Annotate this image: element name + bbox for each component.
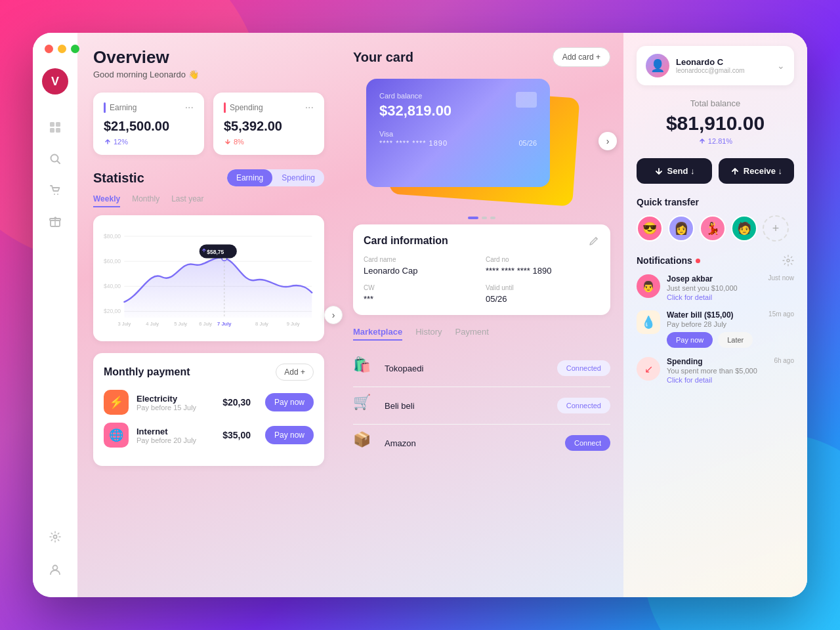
svg-text:3 July: 3 July — [117, 321, 131, 327]
tokopaedi-name: Tokopaedi — [385, 364, 557, 373]
notif-link-1[interactable]: Click for detail — [667, 293, 762, 301]
minimize-button[interactable] — [58, 45, 66, 53]
transfer-avatar-2[interactable]: 👩 — [668, 215, 694, 242]
maximize-button[interactable] — [71, 45, 79, 53]
payment-item-electricity: ⚡ Electricity Pay before 15 July $20,30 … — [104, 390, 314, 415]
stat-header: Statistic Earning Spending — [93, 169, 324, 186]
user-name: Leonardo C — [676, 57, 777, 67]
notif-content-1: Josep akbar Just sent you $10,000 Click … — [667, 274, 762, 301]
payment-item-internet: 🌐 Internet Pay before 20 July $35,00 Pay… — [104, 423, 314, 448]
card-next-button[interactable]: › — [598, 132, 617, 150]
card-chip — [516, 92, 537, 108]
stat-toggle-earning[interactable]: Earning — [227, 169, 272, 186]
notif-indicator — [696, 259, 700, 263]
stat-tab-weekly[interactable]: Weekly — [93, 194, 120, 207]
user-dropdown-icon[interactable]: ⌄ — [777, 60, 785, 71]
market-items: 🛍️ Tokopaedi Connected 🛒 Beli beli Conne… — [353, 350, 610, 461]
spending-menu[interactable]: ··· — [305, 102, 314, 114]
quick-transfer-title: Quick transfer — [637, 197, 794, 207]
svg-point-6 — [54, 194, 55, 195]
total-balance-value: $81,910.00 — [637, 112, 794, 135]
app-shell: V — [33, 33, 807, 597]
sidebar-icon-search[interactable] — [43, 147, 67, 171]
later-button[interactable]: Later — [718, 332, 753, 348]
stat-toggle-spending[interactable]: Spending — [272, 169, 324, 186]
add-transfer-button[interactable]: + — [763, 215, 789, 242]
pay-internet-button[interactable]: Pay now — [265, 426, 314, 444]
market-tab-history[interactable]: History — [415, 327, 442, 341]
market-item-tokopaedi: 🛍️ Tokopaedi Connected — [353, 350, 610, 387]
amazon-icon: 📦 — [353, 431, 377, 455]
market-tab-payment[interactable]: Payment — [455, 327, 489, 341]
pay-electricity-button[interactable]: Pay now — [265, 393, 314, 411]
edit-icon[interactable] — [588, 235, 600, 247]
total-balance-change: 12.81% — [637, 137, 794, 145]
internet-amount: $35,00 — [222, 430, 251, 440]
card-dot-3 — [490, 217, 495, 219]
svg-point-10 — [54, 536, 57, 539]
notif-actions-2: Pay now Later — [667, 332, 762, 348]
total-balance-section: Total balance $81,910.00 12.81% — [637, 98, 794, 145]
notif-item-3: ↙ Spending You spent more than $5,000 Cl… — [637, 357, 794, 384]
monthly-payment: Monthly payment Add + ⚡ Electricity Pay … — [93, 353, 324, 466]
notif-settings-icon[interactable] — [782, 255, 794, 266]
user-avatar: 👤 — [646, 54, 669, 77]
notif-content-2: Water bill ($15,00) Pay before 28 July P… — [667, 310, 762, 348]
notif-link-3[interactable]: Click for detail — [667, 376, 767, 384]
card-name-item: Card name Leonardo Cap — [364, 256, 478, 276]
stat-tab-lastyear[interactable]: Last year — [171, 194, 203, 207]
receive-button[interactable]: Receive ↓ — [719, 158, 794, 184]
stat-tab-monthly[interactable]: Monthly — [132, 194, 159, 207]
earning-menu[interactable]: ··· — [185, 102, 194, 114]
card-valid-item: Valid until 05/26 — [486, 284, 600, 304]
sidebar-icon-user[interactable] — [43, 558, 67, 581]
sidebar-logo[interactable]: V — [42, 68, 68, 94]
center-panel: Your card Add card + Card balance $32,81… — [340, 33, 623, 597]
svg-text:9 July: 9 July — [287, 321, 300, 327]
sidebar-icon-grid[interactable] — [43, 116, 67, 139]
card-info-title: Card information — [364, 235, 448, 247]
svg-text:$58,75: $58,75 — [207, 249, 224, 255]
transfer-avatar-1[interactable]: 😎 — [637, 215, 663, 242]
svg-rect-3 — [56, 128, 60, 133]
sidebar: V — [33, 33, 77, 597]
sidebar-bottom — [43, 525, 67, 584]
stat-title: Statistic — [93, 171, 144, 186]
amazon-connect-button[interactable]: Connect — [565, 435, 610, 451]
tokopaedi-connect-button[interactable]: Connected — [557, 360, 610, 376]
chart-svg: $80,00 $60,00 $40,00 $20,00 — [102, 224, 315, 329]
svg-text:$60,00: $60,00 — [104, 258, 121, 264]
transfer-avatar-4[interactable]: 🧑 — [731, 215, 757, 242]
market-tab-marketplace[interactable]: Marketplace — [353, 327, 402, 341]
svg-text:8 July: 8 July — [255, 321, 268, 327]
sidebar-icon-settings[interactable] — [43, 525, 67, 549]
marketplace-section: Marketplace History Payment 🛍️ Tokopaedi… — [353, 327, 610, 461]
transfer-avatar-3[interactable]: 💃 — [700, 215, 726, 242]
card-balance-value: $32,819.00 — [379, 102, 537, 119]
earning-value: $21,500.00 — [104, 119, 194, 134]
card-expiry: 05/26 — [518, 139, 537, 147]
total-balance-label: Total balance — [637, 98, 794, 108]
add-payment-button[interactable]: Add + — [276, 364, 314, 381]
svg-text:7 July: 7 July — [217, 321, 232, 327]
monthly-title: Monthly payment — [104, 366, 190, 378]
market-item-amazon: 📦 Amazon Connect — [353, 425, 610, 461]
svg-text:4 July: 4 July — [146, 321, 159, 327]
svg-point-11 — [53, 566, 58, 570]
sidebar-icon-cart[interactable] — [43, 178, 67, 202]
your-card-header: Your card Add card + — [353, 47, 610, 67]
user-header[interactable]: 👤 Leonardo C leonardocc@gmail.com ⌄ — [637, 46, 794, 85]
panel-expand-button[interactable]: › — [324, 306, 343, 324]
send-button[interactable]: Send ↓ — [637, 158, 712, 184]
stat-toggle: Earning Spending — [227, 169, 324, 186]
summary-cards: Earning ··· $21,500.00 12% Spending — [93, 93, 324, 155]
svg-line-5 — [58, 161, 60, 164]
sidebar-icon-gift[interactable] — [43, 210, 67, 234]
pay-now-button[interactable]: Pay now — [667, 332, 713, 348]
close-button[interactable] — [45, 45, 53, 53]
svg-text:$40,00: $40,00 — [104, 283, 121, 289]
belibeli-connect-button[interactable]: Connected — [557, 398, 610, 413]
card-dot-1 — [468, 217, 478, 219]
add-card-button[interactable]: Add card + — [553, 47, 610, 67]
spending-card: Spending ··· $5,392.00 8% — [213, 93, 324, 155]
